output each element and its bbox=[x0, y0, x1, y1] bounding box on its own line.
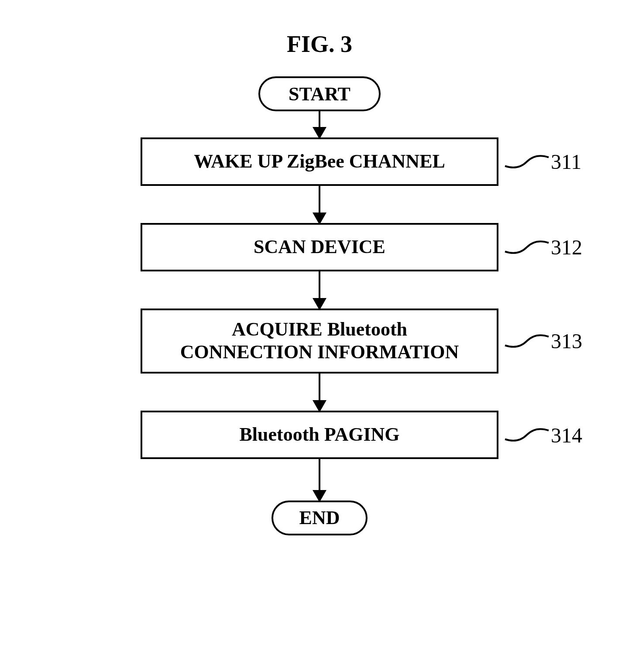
step-id: 313 bbox=[551, 329, 582, 353]
step-id: 311 bbox=[551, 150, 581, 174]
figure-title: FIG. 3 bbox=[287, 31, 352, 58]
step-id: 312 bbox=[551, 235, 582, 259]
step-label-313: 313 bbox=[503, 329, 582, 353]
step-label-311: 311 bbox=[503, 150, 581, 174]
step-label-312: 312 bbox=[503, 235, 582, 259]
arrow-icon bbox=[319, 111, 320, 137]
start-terminator: START bbox=[258, 76, 381, 111]
process-step-314: Bluetooth PAGING bbox=[141, 411, 498, 459]
arrow-icon bbox=[319, 374, 320, 411]
end-terminator: END bbox=[271, 501, 368, 535]
connector-icon bbox=[503, 330, 551, 352]
process-step-312: SCAN DEVICE bbox=[141, 223, 498, 271]
process-step-311: WAKE UP ZigBee CHANNEL bbox=[141, 137, 498, 186]
process-step-313: ACQUIRE Bluetooth CONNECTION INFORMATION bbox=[141, 309, 498, 374]
flowchart: START WAKE UP ZigBee CHANNEL 311 SCAN DE… bbox=[0, 76, 639, 535]
arrow-icon bbox=[319, 459, 320, 501]
arrow-icon bbox=[319, 186, 320, 223]
step-id: 314 bbox=[551, 423, 582, 447]
connector-icon bbox=[503, 236, 551, 258]
arrow-icon bbox=[319, 271, 320, 309]
step-label-314: 314 bbox=[503, 423, 582, 447]
connector-icon bbox=[503, 424, 551, 446]
connector-icon bbox=[503, 151, 551, 172]
